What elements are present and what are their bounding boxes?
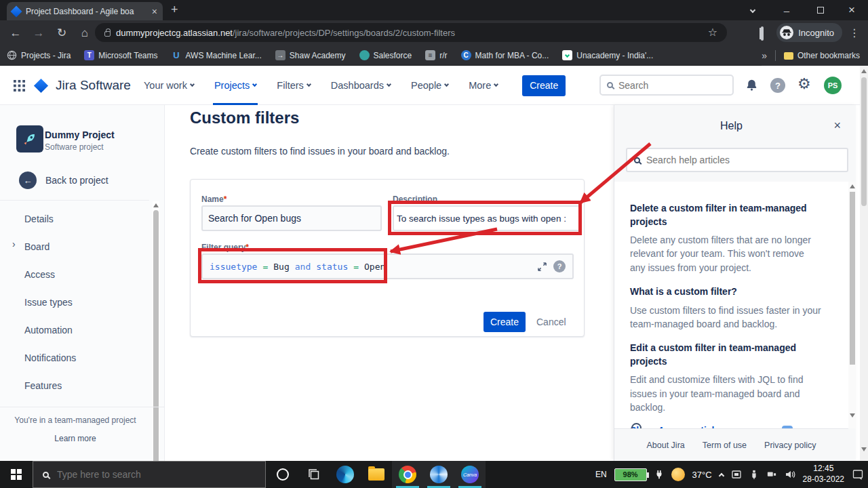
reload-button[interactable]: ↻	[50, 26, 73, 40]
help-close-icon[interactable]: ×	[833, 119, 841, 133]
bookmark-item[interactable]: Salesforce	[359, 50, 412, 60]
scrollbar-thumb[interactable]	[850, 192, 855, 365]
favicon-rr-icon: ≡	[425, 50, 435, 60]
annotation-box-filter-query	[198, 248, 387, 283]
usb-icon[interactable]	[749, 469, 759, 480]
privacy-link[interactable]: Privacy policy	[764, 441, 816, 450]
tab-close-icon[interactable]: ×	[152, 7, 157, 16]
taskbar-search[interactable]	[33, 461, 266, 488]
app-switcher-icon[interactable]	[14, 80, 25, 92]
chrome-button[interactable]	[392, 461, 423, 488]
about-jira-link[interactable]: About Jira	[646, 441, 684, 450]
taskbar-apps: Canva	[267, 461, 486, 488]
global-search[interactable]	[599, 75, 734, 96]
sidebar-item-notifications[interactable]: Notifications	[0, 344, 151, 371]
bookmark-item[interactable]: T Microsoft Teams	[84, 50, 157, 60]
temperature[interactable]: 37°C	[692, 470, 712, 480]
help-article-heading[interactable]: What is a custom filter?	[630, 285, 821, 299]
tab-search-button[interactable]	[739, 0, 766, 20]
learn-more-link[interactable]: Learn more	[0, 434, 151, 443]
back-button[interactable]: ←	[4, 26, 27, 40]
global-search-input[interactable]	[618, 80, 713, 91]
nav-your-work[interactable]: Your work	[144, 66, 194, 105]
task-view-button[interactable]	[298, 461, 330, 488]
expand-icon[interactable]	[537, 262, 547, 272]
bookmark-item[interactable]: C Math for MBA - Co...	[461, 50, 549, 60]
sidebar-item-access[interactable]: Access	[0, 260, 151, 288]
close-button[interactable]: ×	[838, 0, 865, 20]
help-scrollbar[interactable]	[848, 182, 856, 428]
cortana-button[interactable]	[267, 461, 298, 488]
scroll-down-icon[interactable]	[861, 447, 867, 451]
help-article-heading[interactable]: Edit a custom filter in team-managed pro…	[630, 342, 821, 368]
bookmark-item[interactable]: → Shaw Academy	[275, 50, 346, 60]
sidebar-item-board[interactable]: ›Board	[0, 232, 151, 260]
settings-gear-icon[interactable]: ⚙	[797, 75, 811, 93]
bookmark-item[interactable]: U AWS Machine Lear...	[172, 50, 262, 60]
form-cancel-button[interactable]: Cancel	[536, 317, 566, 327]
help-search[interactable]	[626, 148, 848, 172]
bookmark-item[interactable]: ≡ r/r	[425, 50, 447, 60]
start-button[interactable]	[0, 461, 33, 488]
scroll-up-icon[interactable]	[850, 184, 855, 188]
canva-button[interactable]: Canva	[454, 461, 486, 488]
network-icon[interactable]	[766, 470, 777, 479]
nav-dashboards[interactable]: Dashboards	[331, 66, 391, 105]
new-tab-button[interactable]: +	[171, 3, 178, 16]
back-to-project-link[interactable]: Back to project	[45, 175, 108, 186]
nav-more[interactable]: More	[469, 66, 498, 105]
address-bar[interactable]: dummyprojectcg.atlassian.net/jira/softwa…	[95, 23, 727, 42]
file-explorer-button[interactable]	[361, 461, 392, 488]
browser-menu-icon[interactable]: ⋮	[849, 28, 860, 39]
battery-indicator[interactable]: 98%	[614, 468, 647, 481]
sidebar-item-features[interactable]: Features	[0, 371, 151, 399]
name-label: Name*	[201, 192, 226, 205]
taskbar-search-input[interactable]	[57, 469, 233, 480]
volume-icon[interactable]	[785, 469, 795, 480]
side-panel-button[interactable]	[761, 28, 764, 40]
scroll-up-icon[interactable]	[153, 203, 159, 207]
bookmark-item[interactable]: Unacademy - India'...	[562, 50, 653, 60]
clock[interactable]: 12:45 28-03-2022	[803, 464, 844, 485]
scrollbar-thumb[interactable]	[861, 77, 867, 206]
minimize-button[interactable]: –	[773, 0, 800, 20]
restore-button[interactable]	[807, 0, 834, 20]
help-icon[interactable]: ?	[770, 78, 785, 93]
sidebar-scrollbar[interactable]	[153, 201, 159, 488]
bookmark-star-icon[interactable]: ☆	[708, 27, 717, 38]
jql-help-icon[interactable]: ?	[553, 260, 566, 272]
sidebar-item-details[interactable]: Details	[0, 205, 151, 232]
display-icon[interactable]	[731, 469, 742, 480]
scrollbar-thumb[interactable]	[153, 210, 159, 488]
chevron-down-icon	[750, 7, 755, 13]
scroll-up-icon[interactable]	[861, 69, 867, 73]
sidebar-item-automation[interactable]: Automation	[0, 316, 151, 344]
form-create-button[interactable]: Create	[484, 312, 526, 332]
scroll-down-icon[interactable]	[850, 413, 855, 418]
bookmark-item[interactable]: Projects - Jira	[7, 50, 71, 60]
sidebar-item-issue-types[interactable]: Issue types	[0, 288, 151, 316]
name-input[interactable]	[201, 205, 382, 231]
nav-projects[interactable]: Projects	[214, 66, 256, 105]
user-avatar[interactable]: PS	[824, 77, 842, 94]
terms-link[interactable]: Term of use	[703, 441, 747, 450]
help-search-input[interactable]	[646, 155, 829, 165]
notifications-bell-icon[interactable]	[745, 78, 759, 92]
tray-expand-icon[interactable]	[718, 473, 724, 479]
help-article-heading[interactable]: Delete a custom filter in team-managed p…	[630, 202, 821, 228]
forward-button[interactable]: →	[27, 26, 50, 40]
create-button[interactable]: Create	[522, 75, 566, 96]
browser-tab[interactable]: Project Dashboard - Agile board ×	[7, 2, 163, 20]
page-scrollbar[interactable]	[860, 66, 868, 461]
home-button[interactable]: ⌂	[73, 26, 96, 40]
nav-people[interactable]: People	[411, 66, 448, 105]
other-bookmarks-button[interactable]: Other bookmarks	[784, 51, 860, 60]
back-arrow-icon[interactable]: ←	[19, 171, 37, 189]
weather-icon[interactable]	[671, 468, 685, 481]
language-indicator[interactable]: EN	[595, 470, 607, 479]
nav-filters[interactable]: Filters	[277, 66, 310, 105]
bookmarks-overflow-icon[interactable]: »	[762, 51, 767, 60]
edge-button[interactable]	[330, 461, 361, 488]
app-blue-swirl-button[interactable]	[423, 461, 454, 488]
action-center-icon[interactable]	[852, 468, 864, 481]
